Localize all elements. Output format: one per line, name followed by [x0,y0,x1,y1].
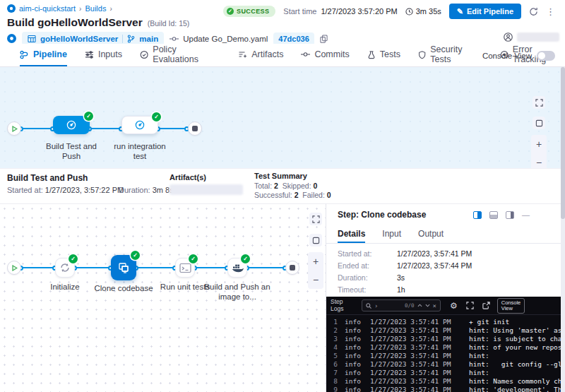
artifact-link-redacted[interactable] [170,184,243,195]
commit-sha[interactable]: 47dc036 [273,32,314,45]
fullscreen-button[interactable] [533,96,545,109]
page-scrollbar-thumb[interactable] [561,67,565,219]
play-icon [11,126,18,132]
tab-input[interactable]: Input [382,225,401,243]
step-label[interactable]: Initialize [37,282,93,292]
breadcrumb-builds-link[interactable]: Builds [85,4,106,13]
layout-right-view-icon[interactable] [506,211,514,219]
tab-output[interactable]: Output [418,225,444,243]
commit-message[interactable]: Update Go_Demo.yaml [170,35,268,43]
log-line: 3info1/27/2023 3:57:41 PMhint: is subjec… [326,334,561,343]
minimize-icon[interactable]: — [522,210,530,219]
detail-row-duration: Duration:3s [338,273,405,282]
connector-line [247,267,285,268]
test-summary-row1: Total: 2 Skipped: 0 [254,182,317,190]
zoom-in-button[interactable]: + [536,135,542,153]
console-log-panel: Step Logs › 0/0 × ⚙ Console View [326,297,565,392]
stage-summary-band: Build Test and Push Started at: 1/27/202… [0,168,565,203]
step-panel-title: Step: Clone codebase [338,210,426,220]
tab-tests[interactable]: Tests [367,44,400,66]
pipeline-end-node [188,121,202,136]
branch-name: main [139,35,158,43]
elapsed-time: 3m 35s [405,7,441,16]
fit-to-screen-button[interactable] [309,234,322,247]
log-line: 7info1/27/2023 3:57:41 PMhint: [326,368,561,376]
avatar[interactable] [504,32,513,42]
log-search-input[interactable]: › 0/0 × [362,299,441,311]
breadcrumb-separator: › [79,5,81,13]
build-id: (Build Id: 15) [148,19,190,28]
log-line: 4info1/27/2023 3:57:41 PMhint: of your n… [326,343,561,351]
stage-label[interactable]: Build Test and Push [40,141,103,161]
refresh-icon[interactable] [529,7,538,16]
tab-inputs[interactable]: Inputs [85,44,122,66]
tab-commits[interactable]: Commits [301,44,349,66]
pencil-icon: ✎ [457,7,463,16]
console-view-toggle[interactable] [537,51,555,61]
tab-security-tests[interactable]: Security Tests [418,44,482,66]
tab-details[interactable]: Details [338,225,365,243]
page-title: Build goHelloWorldServer [7,16,143,29]
search-icon [366,303,371,309]
tab-pipeline[interactable]: Pipeline [20,44,67,66]
step-logs-label: Step Logs [331,299,355,312]
fit-to-screen-button[interactable] [533,117,545,129]
steps-start-node [7,261,21,275]
stage-node-run-integration-test[interactable]: ✓ [121,116,158,134]
console-view-button[interactable]: Console View [497,298,525,314]
more-options-icon[interactable]: ⋮ [546,6,555,17]
step-label[interactable]: Clone codebase [88,283,159,293]
detail-row-timeout: Timeout:1h [338,285,405,294]
detail-row-ended: Ended at:1/27/2023, 3:57:44 PM [338,261,472,270]
clear-search-icon[interactable]: × [433,302,436,309]
success-check-icon: ✓ [241,254,250,263]
ci-gauge-icon [134,119,145,131]
connector-line [21,267,55,268]
branch-icon [127,35,135,43]
build-tabs: Pipeline Inputs Policy Evaluations Artif… [0,44,565,67]
fullscreen-button[interactable] [309,213,322,225]
breadcrumb-project-link[interactable]: aim-ci-quickstart [19,4,76,13]
stage-label[interactable]: run integration test [107,141,172,161]
step-node-clone-codebase[interactable]: ✓ [111,255,136,280]
stop-icon [290,265,295,271]
success-check-icon: ✓ [152,112,161,121]
connector-line [75,267,111,268]
step-panel-tabs: Details Input Output [326,225,565,244]
clone-codebase-icon [117,261,131,275]
step-node-build-and-push-image[interactable]: ✓ [227,258,247,278]
step-details-panel: Step: Clone codebase — Details Input Out… [326,203,565,297]
status-badge: ✓ SUCCESS [223,6,275,17]
log-settings-gear-icon[interactable]: ⚙ [450,301,458,311]
commit-icon [170,35,179,42]
copy-icon[interactable] [320,35,328,43]
breadcrumb-separator: › [109,5,112,13]
stage-summary-title: Build Test and Push [7,173,88,183]
harness-logo-icon [7,4,16,13]
zoom-out-button[interactable]: − [313,271,319,289]
start-time-label: Start time [283,7,316,16]
log-line: 2info1/27/2023 3:57:41 PMhint: Using 'ma… [326,326,561,334]
connector-line [195,267,227,268]
zoom-in-button[interactable]: + [313,252,319,271]
tab-artifacts[interactable]: Artifacts [238,44,283,66]
log-fullscreen-icon[interactable] [466,302,474,309]
open-in-new-icon[interactable] [482,302,490,309]
stage-node-build-test-and-push[interactable]: ✓ [53,116,90,134]
step-label[interactable]: Build and Push an image to... [198,282,276,302]
layout-bottom-view-icon[interactable] [489,211,498,219]
edit-pipeline-button[interactable]: ✎ Edit Pipeline [449,4,521,19]
stage-started-at: Started at: 1/27/2023, 3:57:22 PM [7,186,124,194]
console-view-label: Console View [482,52,532,60]
log-lines[interactable]: 1info1/27/2023 3:57:41 PM+ git init 2inf… [326,317,561,392]
prev-match-icon[interactable] [417,304,422,307]
step-node-run-unit-tests[interactable]: ✓ [175,258,195,278]
next-match-icon[interactable] [425,304,430,307]
step-graph-canvas[interactable]: ✓ Initialize ✓ Clone codebase ✓ Run unit… [0,203,326,392]
stage-graph-canvas[interactable]: ✓ Build Test and Push ✓ run integration … [0,67,565,168]
tab-policy-evaluations[interactable]: Policy Evaluations [140,44,220,66]
layout-split-view-icon[interactable] [473,211,482,219]
stage-duration: Duration: 3m 8s [119,186,174,194]
play-icon [11,265,18,271]
step-node-initialize[interactable]: ✓ [55,258,75,278]
